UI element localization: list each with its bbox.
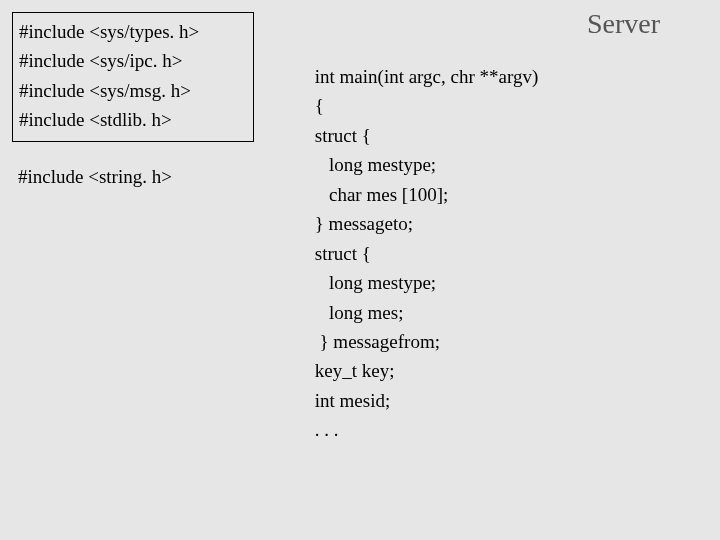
code-block: int main(int argc, chr **argv) { struct …: [310, 62, 538, 445]
include-line-extra: #include <string. h>: [18, 166, 172, 188]
include-line: #include <sys/ipc. h>: [19, 46, 247, 75]
include-line: #include <sys/msg. h>: [19, 76, 247, 105]
includes-box: #include <sys/types. h> #include <sys/ip…: [12, 12, 254, 142]
slide: Server #include <sys/types. h> #include …: [0, 0, 720, 540]
slide-title: Server: [587, 8, 660, 40]
include-line: #include <stdlib. h>: [19, 105, 247, 134]
include-line: #include <sys/types. h>: [19, 17, 247, 46]
